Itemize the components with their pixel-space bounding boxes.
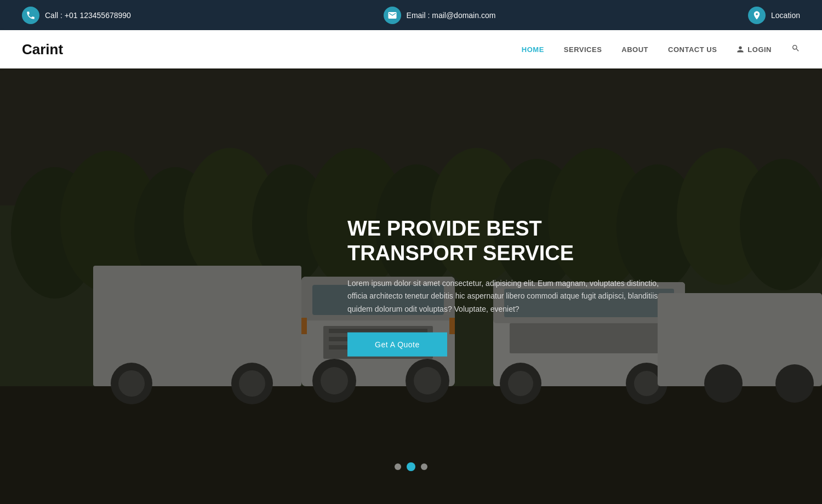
location-icon-wrapper bbox=[748, 7, 766, 24]
hero-description: Lorem ipsum dolor sit amet consectetur, … bbox=[347, 277, 665, 316]
carousel-dots bbox=[395, 462, 427, 471]
search-icon bbox=[791, 44, 800, 53]
user-icon bbox=[737, 45, 744, 53]
get-quote-button[interactable]: Get A Quote bbox=[347, 333, 447, 357]
email-label: Email : mail@domain.com bbox=[407, 11, 496, 20]
brand-logo[interactable]: Carint bbox=[22, 41, 63, 58]
location-contact[interactable]: Location bbox=[748, 7, 800, 24]
email-contact[interactable]: Email : mail@domain.com bbox=[384, 7, 496, 24]
location-icon bbox=[752, 10, 762, 20]
login-button[interactable]: LOGIN bbox=[737, 45, 772, 54]
nav-links: HOME SERVICES ABOUT CONTACT US LOGIN bbox=[522, 44, 800, 55]
email-icon bbox=[387, 10, 397, 20]
hero-section: WE PROVIDE BEST TRANSPORT SERVICE Lorem … bbox=[0, 68, 822, 504]
nav-contact[interactable]: CONTACT US bbox=[668, 45, 717, 54]
hero-title: WE PROVIDE BEST TRANSPORT SERVICE bbox=[347, 216, 665, 266]
phone-icon-wrapper bbox=[22, 7, 39, 24]
nav-services[interactable]: SERVICES bbox=[564, 45, 602, 54]
nav-about[interactable]: ABOUT bbox=[621, 45, 648, 54]
phone-contact[interactable]: Call : +01 123455678990 bbox=[22, 7, 131, 24]
carousel-dot-1[interactable] bbox=[395, 463, 401, 470]
navbar: Carint HOME SERVICES ABOUT CONTACT US LO… bbox=[0, 30, 822, 68]
location-label: Location bbox=[771, 11, 800, 20]
phone-icon bbox=[26, 10, 36, 20]
nav-home[interactable]: HOME bbox=[522, 45, 544, 54]
carousel-dot-3[interactable] bbox=[421, 463, 427, 470]
carousel-dot-2[interactable] bbox=[407, 462, 415, 471]
login-label: LOGIN bbox=[747, 45, 772, 54]
top-bar: Call : +01 123455678990 Email : mail@dom… bbox=[0, 0, 822, 30]
phone-label: Call : +01 123455678990 bbox=[45, 11, 131, 20]
search-button[interactable] bbox=[791, 44, 800, 55]
hero-content: WE PROVIDE BEST TRANSPORT SERVICE Lorem … bbox=[347, 216, 665, 357]
email-icon-wrapper bbox=[384, 7, 401, 24]
